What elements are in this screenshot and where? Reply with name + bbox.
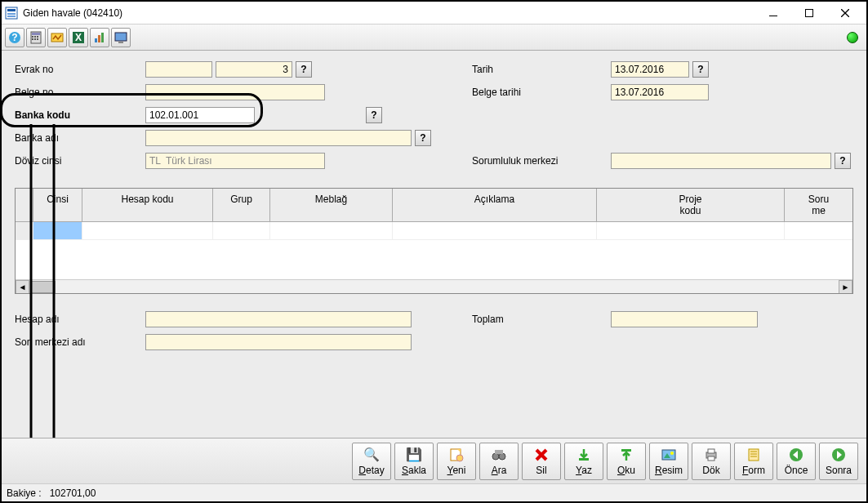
- tarih-field[interactable]: [611, 61, 689, 78]
- form-area: Evrak no ? Belge no Banka kodu ? Ban: [2, 51, 866, 438]
- svg-rect-25: [118, 42, 123, 43]
- evrak-no-field-a[interactable]: [145, 61, 212, 78]
- status-indicator-icon: [847, 32, 858, 43]
- sor-merkezi-label: Sor. merkezi adı: [15, 336, 145, 348]
- grid-col-proje-kodu[interactable]: Proje kodu: [597, 189, 785, 221]
- svg-rect-24: [115, 33, 127, 41]
- svg-rect-15: [32, 38, 33, 40]
- toolbar: ? X: [2, 24, 866, 51]
- svg-rect-39: [662, 450, 675, 460]
- banka-kodu-field[interactable]: [145, 107, 255, 123]
- hesap-adi-label: Hesap adı: [15, 314, 145, 325]
- svg-rect-17: [37, 38, 38, 40]
- bakiye-value: 102701,00: [50, 487, 96, 499]
- grid-col-sorumluluk[interactable]: Soru me: [785, 189, 852, 221]
- once-button[interactable]: Önce: [777, 443, 816, 480]
- ara-button[interactable]: Ara: [479, 443, 519, 480]
- status-bar: Bakiye : 102701,00: [2, 483, 866, 501]
- belge-no-field[interactable]: [145, 84, 325, 100]
- calculator-icon[interactable]: [26, 28, 46, 47]
- banka-adi-field[interactable]: [145, 130, 412, 146]
- help-icon[interactable]: ?: [5, 28, 24, 47]
- svg-point-32: [492, 453, 499, 460]
- form-icon: [746, 447, 762, 463]
- image-icon: [661, 447, 677, 463]
- grid-col-grup[interactable]: Grup: [213, 189, 270, 221]
- svg-rect-11: [32, 33, 40, 35]
- banka-kodu-lookup-button[interactable]: ?: [366, 107, 382, 123]
- toplam-label: Toplam: [472, 314, 611, 325]
- resim-button[interactable]: Resim: [649, 443, 688, 480]
- evrak-no-label: Evrak no: [15, 64, 145, 75]
- maximize-button[interactable]: [791, 4, 827, 22]
- svg-rect-43: [708, 449, 714, 453]
- window-controls: [755, 4, 863, 22]
- minimize-button[interactable]: [755, 4, 791, 22]
- svg-rect-4: [769, 16, 777, 16]
- svg-text:X: X: [75, 32, 82, 43]
- toplam-field: [611, 311, 758, 327]
- read-icon: [618, 447, 634, 463]
- yaz-button[interactable]: Yaz: [564, 443, 603, 480]
- hesap-adi-field[interactable]: [145, 311, 412, 327]
- grid-col-marker: [16, 189, 33, 221]
- print-icon: [703, 447, 719, 463]
- dok-button[interactable]: Dök: [692, 443, 731, 480]
- svg-rect-45: [749, 449, 759, 461]
- sonra-button[interactable]: Sonra: [819, 443, 858, 480]
- doviz-cinsi-label: Döviz cinsi: [15, 155, 145, 167]
- belge-tarihi-field[interactable]: [611, 84, 709, 100]
- screen-icon[interactable]: [111, 28, 131, 47]
- grid-col-cinsi[interactable]: Cinsi: [33, 189, 82, 221]
- grid[interactable]: Cinsi Hesap kodu Grup Meblağ Açıklama Pr…: [15, 188, 853, 294]
- scroll-left-icon[interactable]: ◄: [16, 280, 29, 294]
- svg-rect-44: [708, 456, 714, 461]
- close-button[interactable]: [827, 4, 863, 22]
- sor-merkezi-field[interactable]: [145, 334, 412, 350]
- svg-rect-5: [806, 9, 813, 16]
- grid-col-meblag[interactable]: Meblağ: [270, 189, 393, 221]
- tarih-lookup-button[interactable]: ?: [692, 61, 709, 78]
- yeni-button[interactable]: Yeni: [437, 443, 476, 480]
- svg-rect-21: [95, 38, 97, 42]
- grid-scrollbar[interactable]: ◄ ►: [16, 279, 852, 293]
- macro-icon[interactable]: [47, 28, 67, 47]
- sakla-button[interactable]: 💾Sakla: [394, 443, 434, 480]
- excel-icon[interactable]: X: [69, 28, 88, 47]
- window: Giden havale (042410) ? X Evrak no: [0, 0, 868, 503]
- svg-rect-3: [7, 16, 16, 17]
- bakiye-label: Bakiye :: [7, 487, 42, 499]
- sorumluluk-lookup-button[interactable]: ?: [835, 153, 851, 169]
- scroll-thumb[interactable]: [31, 281, 56, 293]
- svg-rect-14: [37, 36, 38, 38]
- form-button[interactable]: Form: [734, 443, 773, 480]
- grid-row[interactable]: [16, 222, 852, 240]
- grid-col-hesap-kodu[interactable]: Hesap kodu: [82, 189, 213, 221]
- grid-col-aciklama[interactable]: Açıklama: [393, 189, 597, 221]
- svg-text:?: ?: [11, 32, 17, 43]
- sil-button[interactable]: Sil: [522, 443, 561, 480]
- app-icon: [5, 7, 18, 20]
- sorumluluk-label: Sorumluluk merkezi: [472, 155, 611, 167]
- evrak-no-lookup-button[interactable]: ?: [296, 61, 312, 78]
- sorumluluk-field[interactable]: [611, 153, 831, 169]
- save-icon: 💾: [406, 447, 422, 463]
- belge-no-label: Belge no: [15, 87, 145, 98]
- banka-kodu-label: Banka kodu: [15, 109, 145, 121]
- action-bar: 🔍Detay 💾Sakla Yeni Ara Sil Yaz Oku Resim…: [2, 438, 866, 483]
- svg-point-31: [456, 455, 463, 461]
- banka-adi-lookup-button[interactable]: ?: [415, 130, 431, 146]
- svg-rect-12: [32, 36, 33, 38]
- grid-cell-selected[interactable]: [33, 222, 82, 240]
- belge-tarihi-label: Belge tarihi: [472, 87, 611, 98]
- evrak-no-field-b[interactable]: [216, 61, 292, 78]
- oku-button[interactable]: Oku: [607, 443, 646, 480]
- delete-icon: [533, 447, 550, 463]
- detay-button[interactable]: 🔍Detay: [352, 443, 391, 480]
- doviz-cinsi-field: [145, 153, 325, 169]
- chart-icon[interactable]: [90, 28, 109, 47]
- next-icon: [830, 447, 847, 463]
- svg-rect-22: [98, 35, 100, 42]
- scroll-right-icon[interactable]: ►: [839, 280, 852, 294]
- magnifier-icon: 🔍: [363, 447, 380, 463]
